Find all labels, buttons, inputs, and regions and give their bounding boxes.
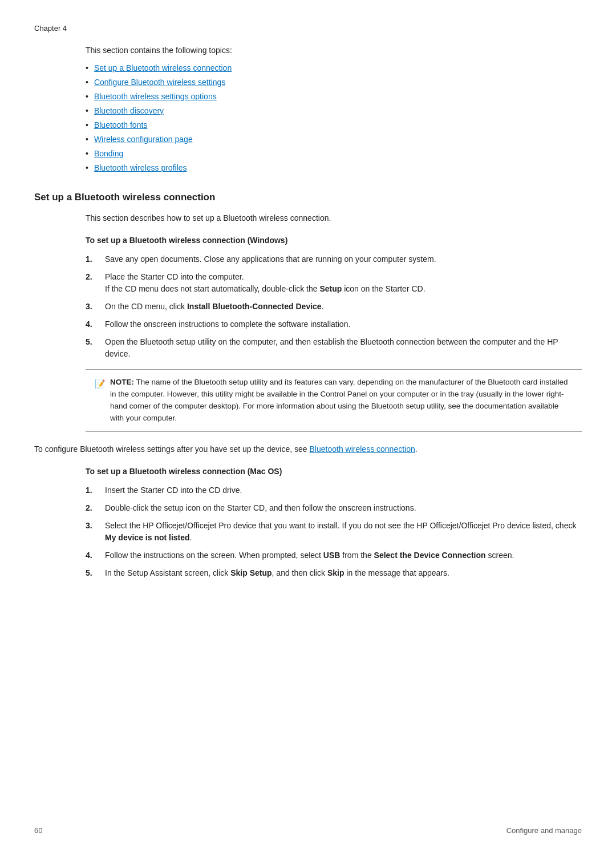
toc-item-3: Bluetooth wireless settings options bbox=[86, 91, 582, 103]
step2-extra: If the CD menu does not start automatica… bbox=[105, 284, 425, 293]
windows-step-2-text: Place the Starter CD into the computer. … bbox=[105, 271, 582, 295]
mac-step-2-text: Double-click the setup icon on the Start… bbox=[105, 502, 582, 514]
toc-item-6: Wireless configuration page bbox=[86, 134, 582, 145]
mac-step-5: In the Setup Assistant screen, click Ski… bbox=[86, 567, 582, 579]
windows-step-3-text: On the CD menu, click Install Bluetooth-… bbox=[105, 301, 582, 313]
toc-link-options[interactable]: Bluetooth wireless settings options bbox=[94, 91, 217, 103]
configure-text-post: . bbox=[415, 444, 418, 454]
configure-text-pre: To configure Bluetooth wireless settings… bbox=[34, 444, 310, 454]
mac-step-3-text: Select the HP Officejet/Officejet Pro de… bbox=[105, 520, 582, 544]
section-title: Set up a Bluetooth wireless connection bbox=[34, 190, 582, 205]
mac-step5-bold1: Skip Setup bbox=[230, 568, 271, 577]
step2-line1: Place the Starter CD into the computer. bbox=[105, 272, 244, 281]
toc-link-setup[interactable]: Set up a Bluetooth wireless connection bbox=[94, 62, 232, 74]
toc-item-7: Bonding bbox=[86, 148, 582, 160]
mac-step-3: Select the HP Officejet/Officejet Pro de… bbox=[86, 520, 582, 544]
mac-step3-bold: My device is not listed bbox=[105, 533, 190, 542]
mac-subtitle: To set up a Bluetooth wireless connectio… bbox=[86, 466, 582, 478]
step2-bold: Setup bbox=[319, 284, 342, 293]
mac-step-4: Follow the instructions on the screen. W… bbox=[86, 549, 582, 561]
step3-bold: Install Bluetooth-Connected Device bbox=[187, 302, 322, 311]
mac-step4-bold1: USB bbox=[323, 551, 341, 560]
footer: 60 Configure and manage bbox=[34, 825, 582, 836]
mac-step5-bold2: Skip bbox=[327, 568, 345, 577]
windows-step-5-text: Open the Bluetooth setup utility on the … bbox=[105, 336, 582, 360]
windows-step-1-text: Save any open documents. Close any appli… bbox=[105, 253, 582, 265]
mac-step-2: Double-click the setup icon on the Start… bbox=[86, 502, 582, 514]
mac-step4-bold2: Select the Device Connection bbox=[374, 551, 486, 560]
toc-link-bonding[interactable]: Bonding bbox=[94, 148, 123, 160]
mac-step-1: Insert the Starter CD into the CD drive. bbox=[86, 484, 582, 496]
toc-item-1: Set up a Bluetooth wireless connection bbox=[86, 62, 582, 74]
toc-link-fonts[interactable]: Bluetooth fonts bbox=[94, 119, 147, 131]
toc-item-8: Bluetooth wireless profiles bbox=[86, 162, 582, 174]
mac-step-5-text: In the Setup Assistant screen, click Ski… bbox=[105, 567, 582, 579]
note-label: NOTE: bbox=[110, 378, 134, 386]
windows-step-3: On the CD menu, click Install Bluetooth-… bbox=[86, 301, 582, 313]
intro-text: This section contains the following topi… bbox=[86, 45, 582, 56]
mac-steps: Insert the Starter CD into the CD drive.… bbox=[86, 484, 582, 579]
chapter-label: Chapter 4 bbox=[34, 23, 582, 34]
note-icon: 📝 bbox=[95, 377, 106, 390]
mac-step-1-text: Insert the Starter CD into the CD drive. bbox=[105, 484, 582, 496]
windows-step-2: Place the Starter CD into the computer. … bbox=[86, 271, 582, 295]
note-box: 📝 NOTE: The name of the Bluetooth setup … bbox=[86, 369, 582, 432]
windows-step-4: Follow the onscreen instructions to comp… bbox=[86, 318, 582, 330]
footer-text: Configure and manage bbox=[506, 825, 582, 836]
windows-steps: Save any open documents. Close any appli… bbox=[86, 253, 582, 360]
note-text: The name of the Bluetooth setup utility … bbox=[110, 378, 568, 422]
toc-link-config-page[interactable]: Wireless configuration page bbox=[94, 134, 193, 145]
toc-item-5: Bluetooth fonts bbox=[86, 119, 582, 131]
toc-link-profiles[interactable]: Bluetooth wireless profiles bbox=[94, 162, 187, 174]
toc-item-4: Bluetooth discovery bbox=[86, 105, 582, 117]
mac-step-4-text: Follow the instructions on the screen. W… bbox=[105, 549, 582, 561]
footer-page-number: 60 bbox=[34, 825, 42, 836]
configure-text: To configure Bluetooth wireless settings… bbox=[34, 443, 582, 455]
windows-step-4-text: Follow the onscreen instructions to comp… bbox=[105, 318, 582, 330]
toc-list: Set up a Bluetooth wireless connection C… bbox=[86, 62, 582, 174]
section-intro: This section describes how to set up a B… bbox=[86, 212, 582, 224]
configure-link[interactable]: Bluetooth wireless connection bbox=[310, 444, 415, 454]
windows-step-5: Open the Bluetooth setup utility on the … bbox=[86, 336, 582, 360]
toc-link-discovery[interactable]: Bluetooth discovery bbox=[94, 105, 164, 117]
toc-link-configure[interactable]: Configure Bluetooth wireless settings bbox=[94, 76, 225, 88]
windows-subtitle: To set up a Bluetooth wireless connectio… bbox=[86, 235, 582, 246]
windows-step-1: Save any open documents. Close any appli… bbox=[86, 253, 582, 265]
note-content: NOTE: The name of the Bluetooth setup ut… bbox=[110, 377, 573, 425]
toc-item-2: Configure Bluetooth wireless settings bbox=[86, 76, 582, 88]
note-header: 📝 NOTE: The name of the Bluetooth setup … bbox=[95, 377, 573, 425]
